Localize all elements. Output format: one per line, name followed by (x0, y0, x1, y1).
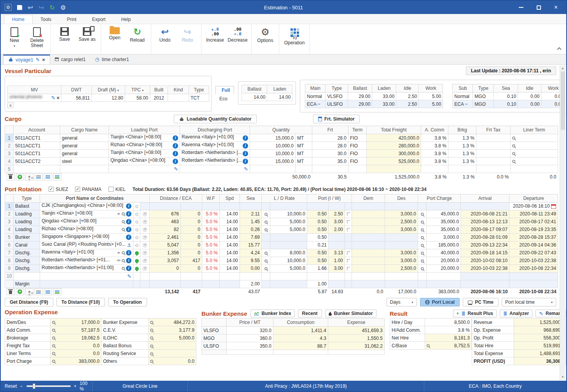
port-name-cell[interactable]: Suez Canal (RP) <Routing Points> [+0... (40, 241, 133, 249)
leg-type-cell[interactable]: Ballast (14, 202, 40, 210)
leg-type-cell[interactable]: Dischg. (14, 257, 40, 264)
speed-tab-full[interactable]: Full (215, 86, 234, 94)
port-name-cell[interactable]: Qingdao <China> [+08:00] (40, 218, 133, 226)
cons-cell[interactable]: 5.00 (419, 100, 443, 108)
fuel-type-cell[interactable]: ULSFO (326, 100, 348, 108)
frt-simulator-button[interactable]: Frt. Simulator (313, 115, 360, 123)
leg-type-cell[interactable]: Bunker (14, 233, 40, 241)
vessel-draft-header[interactable]: Draft (M) ▾ (92, 86, 125, 94)
cons-cell[interactable]: 0.10 (494, 93, 518, 100)
map-pin-cell[interactable] (133, 233, 140, 241)
expense-value[interactable]: 484,272.0 (149, 318, 196, 326)
info-icon[interactable] (126, 250, 131, 256)
map-pin-cell[interactable] (133, 226, 140, 233)
magnifier-icon[interactable] (150, 336, 153, 340)
distance-cell[interactable]: 5,047 (150, 241, 181, 249)
map-pin-cell[interactable] (133, 264, 140, 272)
bunker-simulator-button[interactable]: Bunker Simulator (325, 310, 376, 317)
row-number[interactable]: 6 (5, 241, 14, 249)
vessel-draft-cell[interactable]: 12.80 (92, 94, 125, 102)
wf-cell[interactable]: 5.0 % (202, 264, 220, 272)
ld-mag-cell[interactable] (262, 249, 270, 257)
leg-type-cell[interactable] (14, 272, 40, 280)
magnifier-icon[interactable] (122, 220, 125, 223)
port-charge-cell[interactable]: 185,000.0 (427, 241, 461, 249)
distance-cell[interactable]: 82 (150, 226, 181, 233)
recent-button[interactable]: Recent (298, 310, 322, 317)
to-distance-button[interactable]: To Distance (F10) (56, 298, 105, 306)
liner-term-cell[interactable] (511, 150, 558, 158)
tab-voyage1[interactable]: voyage1 (3, 54, 50, 64)
increase-button[interactable]: +.0.00 Increase (204, 26, 226, 43)
result-value[interactable]: 3.8 % (425, 326, 472, 334)
analyzer-button[interactable]: ≣Analyzer (500, 310, 532, 317)
charge-mag-cell[interactable] (418, 226, 427, 233)
cargo-name-cell[interactable]: general (60, 134, 109, 142)
distance-cell[interactable]: 0 (150, 264, 181, 272)
info-icon[interactable] (243, 159, 248, 164)
ld-mag-cell[interactable] (262, 218, 270, 226)
ld-mag-cell[interactable] (262, 226, 270, 233)
dem-cell[interactable] (352, 249, 385, 257)
vessel-tpc-header[interactable]: TPC ▾ (125, 86, 150, 94)
menu-tools[interactable]: Tools (33, 15, 59, 24)
gauge-cell[interactable] (140, 264, 150, 272)
quantity-cell[interactable]: 15,000.0 (250, 134, 296, 142)
price-cell[interactable]: 360.0 (227, 334, 273, 342)
ld-mag-cell[interactable] (262, 264, 270, 272)
canal-kiel-checkbox[interactable]: KIEL (108, 187, 126, 192)
map-pin-cell[interactable] (133, 210, 140, 218)
info-icon[interactable] (243, 143, 248, 149)
ld-rate-cell[interactable]: 10,000.0 (270, 210, 307, 218)
cons-cell[interactable]: 0.10 (494, 100, 518, 108)
speed-ballast-cell[interactable]: 14.00 (242, 93, 267, 101)
row-number[interactable]: 4 (5, 158, 14, 165)
port-charge-cell[interactable]: 45,000.0 (427, 210, 461, 218)
quantity-cell[interactable]: 10,000.0 (250, 142, 296, 150)
great-circle-line-status[interactable]: Great Circle Line (92, 381, 187, 391)
charge-mag-cell[interactable] (418, 249, 427, 257)
scroll-down-icon[interactable]: ▼ (560, 374, 565, 380)
leg-type-cell[interactable]: Dischg. (14, 249, 40, 257)
anchor-icon[interactable] (127, 243, 131, 248)
undo-icon[interactable]: ↩ (28, 4, 33, 12)
add-row-button[interactable] (16, 288, 24, 295)
link-broken-icon[interactable] (117, 258, 121, 263)
map-pin-cell[interactable] (133, 218, 140, 226)
eca-status[interactable]: ECA : IMO, Each Country (424, 381, 566, 391)
wf-cell[interactable]: 5.0 % (202, 233, 220, 241)
port-charge-cell[interactable]: 40,000.0 (427, 249, 461, 257)
port-name-cell[interactable]: Singapore <Singapore> [+08:00] (40, 233, 133, 241)
magnifier-icon[interactable] (122, 267, 125, 270)
port-idle-cell[interactable]: 0.50 (307, 233, 329, 241)
account-cell[interactable]: 5011ACCT1 (14, 150, 60, 158)
unit-cell[interactable]: MT (296, 150, 312, 158)
canal-suez-checkbox[interactable]: SUEZ (49, 187, 68, 192)
port-name-cell[interactable] (40, 272, 133, 280)
wf-cell[interactable]: 5.0 % (202, 257, 220, 264)
info-icon[interactable] (173, 143, 178, 149)
charge-mag-cell[interactable] (418, 233, 427, 241)
distance-cell[interactable]: 463 (150, 218, 181, 226)
zoom-slider-thumb[interactable] (33, 383, 35, 389)
row-number[interactable]: 4 (5, 226, 14, 233)
gauge-cell[interactable] (140, 218, 150, 226)
spd-cell[interactable]: 14.00 (220, 257, 240, 264)
magnifier-icon[interactable] (122, 259, 125, 262)
info-icon[interactable] (126, 227, 131, 232)
frt-tax-cell[interactable] (476, 142, 511, 150)
scroll-up-icon[interactable]: ▲ (560, 65, 565, 71)
liner-term-cell[interactable] (511, 165, 558, 173)
departure-cell[interactable]: 2020-08-06 16:10 (509, 202, 558, 210)
account-cell[interactable]: 5011ACCT1 (14, 142, 60, 150)
delete-row-button[interactable] (7, 173, 15, 180)
port-idle-cell[interactable]: 0.50 (307, 218, 329, 226)
port-name-cell[interactable]: CJK (Changjiangkou) <China> [+08:00] (40, 202, 133, 210)
leg-type-cell[interactable]: Canal (14, 241, 40, 249)
eca-cell[interactable]: 417 (181, 257, 202, 264)
link-icon[interactable] (117, 212, 121, 216)
frt-cell[interactable] (312, 165, 348, 173)
a-comm-cell[interactable]: 3.8 % (421, 158, 448, 165)
port-charge-cell[interactable]: 35,000.0 (427, 226, 461, 233)
zoom-in-icon[interactable]: + (74, 383, 77, 389)
